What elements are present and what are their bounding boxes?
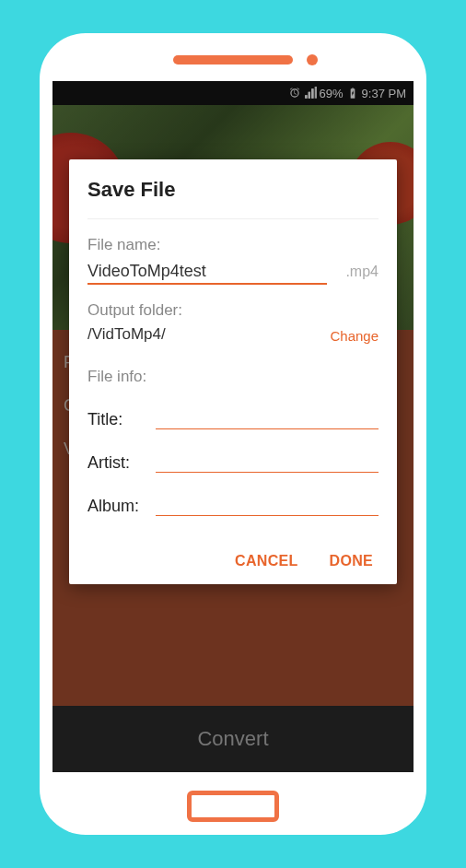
output-folder-label: Output folder: <box>87 301 319 320</box>
album-label: Album: <box>87 497 139 516</box>
dialog-title: Save File <box>87 178 379 219</box>
title-label: Title: <box>87 410 139 429</box>
file-name-label: File name: <box>87 236 379 254</box>
title-input[interactable] <box>156 408 379 429</box>
change-folder-button[interactable]: Change <box>330 328 379 344</box>
app-screen: 69% 9:37 PM Fi C Vi Convert Save File Fi… <box>52 81 414 772</box>
file-name-input[interactable] <box>87 260 327 285</box>
output-folder-path: /VidToMp4/ <box>87 325 319 344</box>
artist-label: Artist: <box>87 453 139 473</box>
home-button[interactable] <box>187 791 279 822</box>
done-button[interactable]: DONE <box>330 553 373 569</box>
cancel-button[interactable]: CANCEL <box>235 553 297 569</box>
file-info-label: File info: <box>87 368 379 386</box>
phone-speaker <box>173 55 293 65</box>
phone-frame: 69% 9:37 PM Fi C Vi Convert Save File Fi… <box>40 33 426 835</box>
album-input[interactable] <box>156 495 379 516</box>
artist-input[interactable] <box>156 452 379 473</box>
phone-camera <box>307 54 318 65</box>
file-extension: .mp4 <box>345 264 379 280</box>
save-file-dialog: Save File File name: .mp4 Output folder:… <box>69 159 397 584</box>
